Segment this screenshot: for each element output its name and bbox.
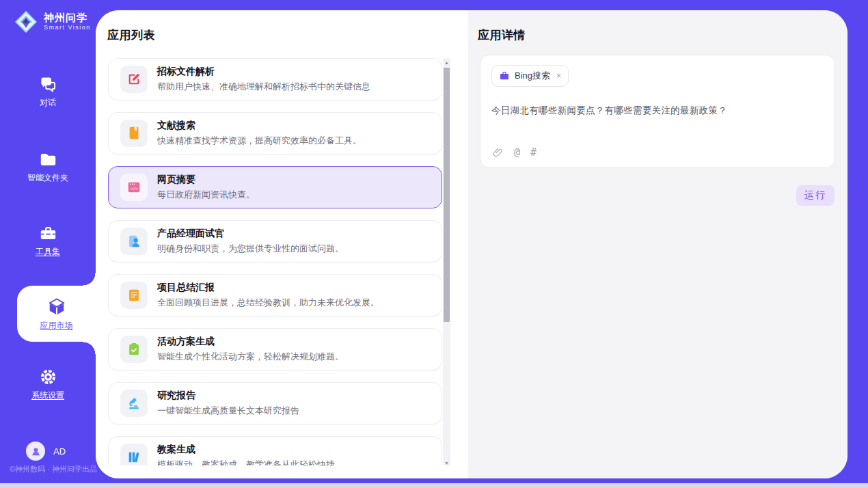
scroll-up-icon[interactable]: ▲ (443, 58, 450, 66)
scroll-down-icon[interactable]: ▼ (443, 461, 450, 465)
app-title: 文献搜索 (157, 120, 362, 132)
topic-icon[interactable]: # (530, 146, 537, 159)
close-icon[interactable]: × (556, 71, 561, 81)
app-card-literature-search[interactable]: 文献搜索 快速精准查找学术资源，提高研究效率的必备工具。 (108, 112, 442, 154)
browser-code-icon: </> (126, 180, 141, 195)
user-name: AD (53, 446, 66, 457)
sidebar-item-settings[interactable]: 系统设置 (0, 368, 96, 401)
avatar (26, 442, 45, 461)
book-icon (126, 126, 141, 141)
tool-chip-label: Bing搜索 (515, 70, 550, 82)
sidebar-item-label: 应用市场 (40, 320, 73, 331)
app-title: 招标文件解析 (157, 66, 370, 78)
microscope-icon (126, 396, 141, 411)
attachment-icon[interactable] (492, 147, 504, 159)
app-card-project-summary[interactable]: 项目总结汇报 全面回顾项目进展，总结经验教训，助力未来优化发展。 (108, 274, 442, 316)
app-desc: 明确身份和职责，为您提供专业性的面试问题。 (157, 243, 344, 255)
sidebar-item-smart-folder[interactable]: 智能文件夹 (0, 150, 96, 184)
edit-square-icon (126, 72, 141, 87)
brand: 神州问学 Smart Vision (0, 0, 96, 34)
app-title: 研究报告 (157, 390, 299, 402)
main-container: 应用列表 招标文件解析 帮助用户快速、准确地理解和解析招标书中的关键信息 (96, 10, 847, 478)
app-desc: 全面回顾项目进展，总结经验教训，助力未来优化发展。 (157, 297, 379, 309)
run-button[interactable]: 运行 (796, 185, 835, 206)
app-card-lesson-plan[interactable]: 教案生成 模板驱动，教案秒成，教学准备从此轻松快捷 (108, 436, 442, 465)
gear-icon (39, 368, 57, 386)
diamond-logo-icon (14, 10, 38, 34)
app-icon-tile (120, 66, 148, 93)
sidebar-item-label: 工具集 (36, 246, 60, 258)
app-detail-title: 应用详情 (478, 27, 526, 43)
brand-subtitle: Smart Vision (44, 25, 91, 31)
user-account[interactable]: AD (26, 442, 66, 461)
app-title: 项目总结汇报 (157, 282, 379, 294)
app-list: 招标文件解析 帮助用户快速、准确地理解和解析招标书中的关键信息 文献搜索 快速精… (108, 58, 442, 465)
books-icon (126, 450, 141, 465)
app-list-scrollbar[interactable]: ▲ ▼ (443, 58, 450, 465)
interviewer-icon (126, 234, 141, 249)
app-icon-tile (120, 336, 148, 363)
sidebar-item-toolset[interactable]: 工具集 (0, 224, 96, 258)
clipboard-check-icon (126, 342, 141, 357)
app-icon-tile (120, 228, 148, 255)
chat-icon (39, 75, 57, 94)
query-input-card[interactable]: Bing搜索 × 今日湖北有哪些新闻要点？有哪些需要关注的最新政策？ @ # (480, 55, 835, 168)
sidebar-item-app-market[interactable]: 应用市场 (17, 286, 96, 342)
person-icon (30, 446, 42, 457)
app-desc: 每日政府新闻资讯快查。 (157, 189, 255, 201)
app-desc: 帮助用户快速、准确地理解和解析招标书中的关键信息 (157, 81, 370, 93)
sidebar-item-label: 智能文件夹 (27, 172, 68, 184)
app-card-bid-analysis[interactable]: 招标文件解析 帮助用户快速、准确地理解和解析招标书中的关键信息 (108, 58, 442, 100)
app-icon-tile (120, 282, 148, 309)
briefcase-icon (499, 70, 510, 81)
app-icon-tile (120, 390, 148, 417)
app-icon-tile (120, 120, 148, 147)
app-detail-panel: 应用详情 Bing搜索 × 今日湖北有哪些新闻要点？有哪些需要关注的最新政策？ … (468, 10, 847, 478)
mention-icon[interactable]: @ (514, 146, 520, 159)
svg-text:</>: </> (131, 186, 138, 191)
app-card-activity-plan[interactable]: 活动方案生成 智能生成个性化活动方案，轻松解决规划难题。 (108, 328, 442, 370)
app-desc: 一键智能生成高质量长文本研究报告 (157, 405, 299, 417)
app-list-title: 应用列表 (107, 27, 155, 43)
app-title: 产品经理面试官 (157, 228, 344, 240)
app-list-panel: 应用列表 招标文件解析 帮助用户快速、准确地理解和解析招标书中的关键信息 (96, 10, 468, 478)
brand-name: 神州问学 (44, 12, 91, 24)
sidebar-item-label: 对话 (40, 97, 56, 109)
app-desc: 智能生成个性化活动方案，轻松解决规划难题。 (157, 351, 344, 363)
page-bottom-strip (0, 483, 868, 488)
app-title: 活动方案生成 (157, 336, 344, 348)
app-card-pm-interviewer[interactable]: 产品经理面试官 明确身份和职责，为您提供专业性的面试问题。 (108, 220, 442, 262)
app-icon-tile (120, 444, 148, 465)
sidebar-item-chat[interactable]: 对话 (0, 75, 96, 109)
app-card-web-summary[interactable]: </> 网页摘要 每日政府新闻资讯快查。 (108, 166, 442, 208)
app-desc: 模板驱动，教案秒成，教学准备从此轻松快捷 (157, 459, 335, 465)
input-toolbar: @ # (492, 146, 537, 159)
sidebar-item-label: 系统设置 (31, 390, 64, 401)
app-card-research-report[interactable]: 研究报告 一键智能生成高质量长文本研究报告 (108, 382, 442, 424)
app-title: 网页摘要 (157, 174, 255, 186)
notepad-icon (126, 288, 141, 303)
tool-chip-bing-search[interactable]: Bing搜索 × (491, 65, 569, 87)
copyright-text: ©神州数码 · 神州问学出品 (10, 464, 97, 474)
cube-icon (46, 297, 67, 317)
app-icon-tile: </> (120, 174, 148, 201)
folder-icon (39, 150, 57, 169)
sidebar: 神州问学 Smart Vision 对话 智能文件夹 工具集 (0, 0, 96, 483)
query-text[interactable]: 今日湖北有哪些新闻要点？有哪些需要关注的最新政策？ (491, 105, 824, 117)
app-title: 教案生成 (157, 444, 335, 456)
scrollbar-thumb[interactable] (444, 68, 450, 322)
toolbox-icon (39, 224, 57, 243)
app-desc: 快速精准查找学术资源，提高研究效率的必备工具。 (157, 135, 362, 147)
